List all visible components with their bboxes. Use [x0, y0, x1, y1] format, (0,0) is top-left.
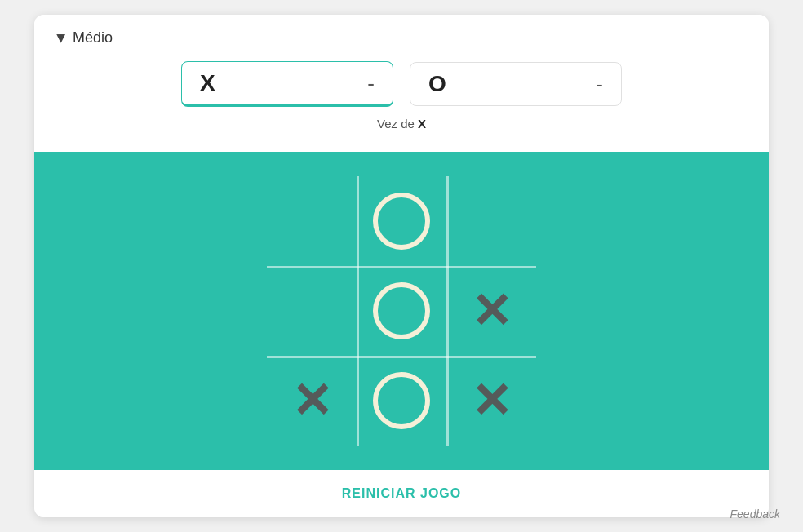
- player-x-score: -: [367, 71, 375, 96]
- difficulty-label: Médio: [73, 29, 113, 47]
- game-board: ✕ ✕ ✕: [34, 152, 769, 470]
- cell-1-0[interactable]: [267, 266, 357, 356]
- feedback-link[interactable]: Feedback: [730, 508, 780, 521]
- cell-1-1[interactable]: [357, 266, 446, 356]
- cell-1-2[interactable]: ✕: [446, 266, 536, 356]
- x-piece-2-0: ✕: [283, 372, 340, 429]
- score-row: X - O -: [57, 61, 746, 107]
- card-footer: REINICIAR JOGO: [34, 470, 769, 517]
- score-box-o: O -: [410, 62, 622, 106]
- score-box-x: X -: [181, 61, 393, 107]
- turn-text: Vez de: [377, 117, 415, 131]
- page-wrapper: ▶ Médio X - O - Vez de X: [0, 0, 803, 532]
- cell-2-0[interactable]: ✕: [267, 356, 357, 446]
- chevron-icon[interactable]: ▶: [55, 33, 69, 42]
- card-header: ▶ Médio X - O - Vez de X: [34, 15, 769, 152]
- restart-button[interactable]: REINICIAR JOGO: [342, 486, 461, 501]
- cell-2-2[interactable]: ✕: [446, 356, 536, 446]
- cell-2-1[interactable]: [357, 356, 446, 446]
- o-piece-2-1: [373, 372, 430, 429]
- empty-cell-0-0: [283, 193, 340, 250]
- x-piece-1-2: ✕: [463, 282, 520, 339]
- board-grid: ✕ ✕ ✕: [267, 176, 536, 446]
- game-card: ▶ Médio X - O - Vez de X: [34, 15, 769, 517]
- o-piece-1-1: [373, 282, 430, 339]
- player-x-symbol: X: [200, 70, 215, 96]
- empty-cell-1-0: [283, 282, 340, 339]
- cell-0-1[interactable]: [357, 176, 446, 266]
- cell-0-2[interactable]: [446, 176, 536, 266]
- player-o-symbol: O: [428, 71, 446, 97]
- turn-symbol: X: [418, 117, 426, 131]
- cell-0-0[interactable]: [267, 176, 357, 266]
- empty-cell-0-2: [463, 193, 520, 250]
- player-o-score: -: [596, 72, 603, 97]
- turn-indicator: Vez de X: [57, 117, 746, 140]
- x-piece-2-2: ✕: [463, 372, 520, 429]
- difficulty-row: ▶ Médio: [57, 29, 746, 47]
- o-piece-0-1: [373, 193, 430, 250]
